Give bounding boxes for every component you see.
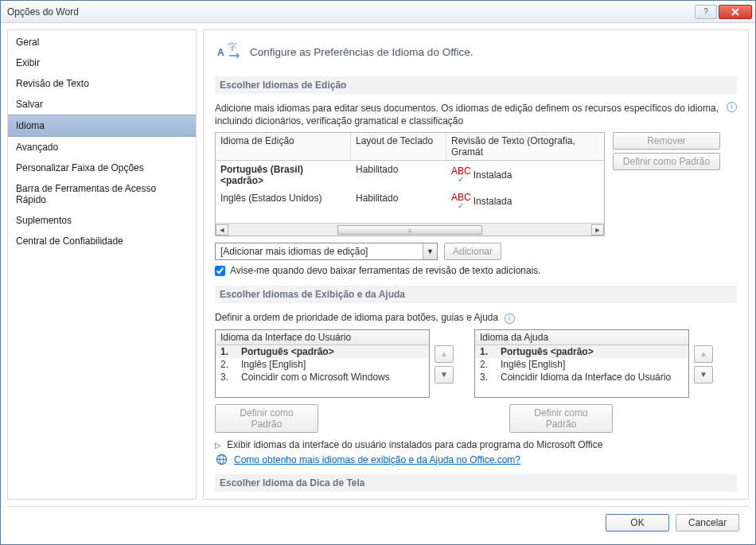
section-title-screentip: Escolher Idioma da Dica de Tela — [215, 474, 737, 492]
content-pane: A 字 Configure as Preferências de Idioma … — [203, 29, 749, 500]
ui-set-default-button[interactable]: Definir como Padrão — [215, 404, 318, 433]
sidebar-item-suplementos[interactable]: Suplementos — [8, 210, 196, 231]
help-language-column: Idioma da Ajuda 1.Português <padrão> 2.I… — [474, 329, 713, 398]
default-buttons-row: Definir como Padrão Definir como Padrão — [215, 404, 737, 433]
cell-layout: Habilitado — [351, 191, 446, 212]
notify-label: Avise-me quando devo baixar ferramentas … — [230, 265, 541, 276]
help-priority-movers: ▲ ▼ — [694, 345, 713, 398]
editing-buttons: Remover Definir como Padrão — [613, 132, 720, 170]
table-header-row: Idioma de Edição Layout de Teclado Revis… — [216, 133, 604, 161]
add-language-combo[interactable]: [Adicionar mais idiomas de edição] ▼ — [215, 243, 438, 260]
sidebar-item-confiabilidade[interactable]: Central de Confiabilidade — [8, 231, 196, 251]
sidebar-item-idioma[interactable]: Idioma — [8, 115, 196, 137]
scroll-right-icon[interactable]: ► — [591, 224, 604, 236]
col-revisao[interactable]: Revisão de Texto (Ortografia, Gramát — [446, 133, 604, 160]
close-button[interactable] — [719, 5, 752, 19]
info-icon[interactable]: i — [727, 102, 737, 112]
cell-layout: Habilitado — [351, 162, 446, 188]
sidebar-item-avancado[interactable]: Avançado — [8, 137, 196, 158]
more-display-languages-link-row: Como obtenho mais idiomas de exibição e … — [215, 454, 737, 466]
sidebar-item-geral[interactable]: Geral — [8, 32, 196, 53]
horizontal-scrollbar[interactable]: ◄ ≡ ► — [216, 223, 604, 236]
language-icon: A 字 — [215, 38, 242, 65]
sidebar-item-revisao[interactable]: Revisão de Texto — [8, 73, 196, 94]
list-item[interactable]: 3.Coincidir com o Microsoft Windows — [216, 371, 429, 383]
dropdown-icon[interactable]: ▼ — [423, 243, 437, 259]
sidebar-item-exibir[interactable]: Exibir — [8, 53, 196, 73]
cell-proof: ABC✓ Instalada — [446, 162, 604, 188]
move-down-button[interactable]: ▼ — [694, 366, 713, 383]
window-buttons: ? — [695, 5, 752, 19]
help-button[interactable]: ? — [695, 5, 717, 19]
ui-list-header: Idioma da Interface do Usuário — [216, 330, 429, 345]
page-title: Configure as Preferências de Idioma do O… — [250, 46, 473, 58]
add-language-row: [Adicionar mais idiomas de edição] ▼ Adi… — [215, 243, 737, 260]
titlebar: Opções do Word ? — [1, 1, 755, 23]
svg-text:A: A — [217, 47, 224, 58]
remove-button[interactable]: Remover — [613, 132, 720, 150]
cell-lang: Inglês (Estados Unidos) — [216, 191, 351, 212]
dialog-footer: OK Cancelar — [7, 506, 749, 538]
add-button[interactable]: Adicionar — [444, 243, 501, 260]
globe-icon — [215, 454, 228, 466]
more-display-languages-link[interactable]: Como obtenho mais idiomas de exibição e … — [234, 454, 520, 465]
sidebar: Geral Exibir Revisão de Texto Salvar Idi… — [7, 29, 197, 500]
list-item[interactable]: 2.Inglês [English] — [475, 358, 688, 371]
display-description: Definir a ordem de prioridade de idioma … — [215, 312, 498, 323]
expand-installed-languages[interactable]: ▷ Exibir idiomas da interface do usuário… — [215, 439, 737, 450]
table-row[interactable]: Português (Brasil) <padrão> Habilitado A… — [216, 161, 604, 189]
move-up-button[interactable]: ▲ — [435, 345, 454, 363]
priority-grid: Idioma da Interface do Usuário 1.Portugu… — [215, 329, 737, 398]
cell-proof: ABC✓ Instalada — [446, 191, 604, 212]
list-item[interactable]: 1.Português <padrão> — [216, 345, 429, 358]
ui-language-list[interactable]: Idioma da Interface do Usuário 1.Portugu… — [215, 329, 430, 398]
section-title-display: Escolher Idiomas de Exibição e da Ajuda — [215, 286, 737, 303]
move-down-button[interactable]: ▼ — [435, 366, 454, 383]
sidebar-item-barra-ferramentas[interactable]: Barra de Ferramentas de Acesso Rápido — [8, 178, 196, 210]
list-item[interactable]: 1.Português <padrão> — [475, 345, 688, 358]
ok-button[interactable]: OK — [606, 514, 669, 531]
window-title: Opções do Word — [7, 6, 695, 18]
word-options-dialog: Opções do Word ? Geral Exibir Revisão de… — [0, 0, 756, 545]
scroll-left-icon[interactable]: ◄ — [216, 224, 228, 236]
editing-languages-group: Idioma de Edição Layout de Teclado Revis… — [215, 132, 737, 236]
info-icon[interactable]: i — [505, 313, 515, 324]
set-default-button[interactable]: Definir como Padrão — [613, 153, 720, 170]
list-item[interactable]: 2.Inglês [English] — [216, 358, 429, 371]
page-header: A 字 Configure as Preferências de Idioma … — [215, 38, 737, 65]
ui-language-column: Idioma da Interface do Usuário 1.Portugu… — [215, 329, 454, 398]
notify-checkbox-row: Avise-me quando devo baixar ferramentas … — [215, 265, 737, 276]
col-teclado[interactable]: Layout de Teclado — [351, 133, 446, 160]
ui-priority-movers: ▲ ▼ — [435, 345, 454, 398]
expand-triangle-icon: ▷ — [215, 441, 221, 450]
move-up-button[interactable]: ▲ — [694, 345, 713, 363]
cell-lang: Português (Brasil) <padrão> — [216, 162, 351, 188]
help-list-header: Idioma da Ajuda — [475, 330, 688, 345]
help-language-list[interactable]: Idioma da Ajuda 1.Português <padrão> 2.I… — [474, 329, 689, 398]
help-set-default-button[interactable]: Definir como Padrão — [509, 404, 613, 433]
editing-description: Adicione mais idiomas para editar seus d… — [215, 102, 723, 127]
table-row[interactable]: Inglês (Estados Unidos) Habilitado ABC✓ … — [216, 189, 604, 213]
sidebar-item-salvar[interactable]: Salvar — [8, 94, 196, 115]
dialog-body: Geral Exibir Revisão de Texto Salvar Idi… — [1, 23, 755, 506]
cancel-button[interactable]: Cancelar — [676, 514, 739, 531]
editing-languages-table[interactable]: Idioma de Edição Layout de Teclado Revis… — [215, 132, 605, 236]
proofing-icon: ABC✓ — [451, 166, 471, 184]
combo-text: [Adicionar mais idiomas de edição] — [216, 246, 423, 257]
proofing-icon: ABC✓ — [451, 193, 471, 210]
svg-text:字: 字 — [228, 41, 237, 53]
list-item[interactable]: 3.Coincidir Idioma da Interface do Usuár… — [475, 371, 688, 383]
sidebar-item-personalizar-faixa[interactable]: Personalizar Faixa de Opções — [8, 158, 196, 178]
section-title-editing: Escolher Idiomas de Edição — [215, 76, 737, 94]
notify-checkbox[interactable] — [215, 266, 225, 276]
col-idioma[interactable]: Idioma de Edição — [216, 133, 351, 160]
